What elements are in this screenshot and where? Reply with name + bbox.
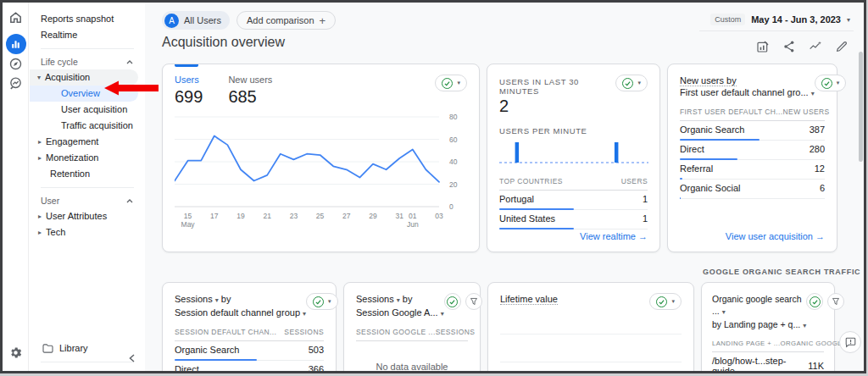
metric-label: New users — [228, 75, 272, 85]
filter-funnel-icon[interactable] — [465, 293, 482, 310]
sidebar-item-library[interactable]: Library — [30, 340, 145, 357]
metric-dropdown[interactable]: Sessions ▾ by — [175, 293, 306, 307]
filter-funnel-icon[interactable] — [827, 293, 844, 310]
reports-selected-pill — [6, 34, 26, 54]
channel-table: Organic Search387Direct280Referral12Orga… — [680, 121, 825, 199]
insights-icon[interactable] — [809, 40, 822, 53]
countries-table: Portugal1United States1 — [499, 191, 648, 229]
row-label: /blog/how-t...step-guide — [712, 356, 808, 373]
dimension-dropdown[interactable]: Session Google A... ▾ — [356, 307, 444, 320]
chevron-down-icon: ▾ — [837, 80, 840, 86]
row-bar — [680, 197, 681, 199]
svg-text:29: 29 — [369, 212, 377, 220]
card-title[interactable]: Lifetime value — [500, 294, 558, 305]
arrow-expanded-icon: ▾ — [37, 74, 41, 81]
edit-pencil-icon[interactable] — [835, 40, 849, 53]
dimension-dropdown[interactable]: First user default channel gro... ▾ — [680, 86, 815, 100]
reports-icon[interactable] — [3, 34, 29, 54]
share-icon[interactable] — [782, 40, 796, 53]
column-header: LANDING PAGE + ... — [712, 340, 781, 347]
plus-icon: + — [320, 14, 326, 27]
date-custom-badge: Custom — [710, 14, 745, 25]
table-row: /blog/how-t...step-guide11K — [712, 352, 824, 373]
column-header: NEW USERS — [783, 108, 830, 116]
customize-report-icon[interactable] — [756, 40, 770, 53]
data-quality-dropdown[interactable]: ▾ — [435, 75, 467, 91]
dimension-dropdown[interactable]: by Landing page + q... ▾ — [712, 318, 806, 332]
view-realtime-link[interactable]: View realtime → — [580, 231, 648, 241]
sidebar-item-engagement[interactable]: ▸Engagement — [30, 134, 145, 150]
lifetime-value-card: Lifetime value ▾ — [487, 282, 694, 373]
tab-new-users[interactable]: New users 685 — [228, 75, 272, 107]
row-label: Organic Social — [680, 183, 741, 193]
arrow-collapsed-icon: ▸ — [38, 154, 42, 162]
check-circle-icon — [821, 78, 832, 89]
check-circle-icon — [656, 296, 667, 307]
sidebar-item-realtime[interactable]: Realtime — [30, 27, 145, 43]
sidebar-item-user-acquisition[interactable]: User acquisition — [30, 102, 145, 118]
explore-icon[interactable] — [3, 57, 29, 71]
card-title[interactable]: New users by — [680, 75, 737, 86]
view-user-acquisition-link[interactable]: View user acquisition → — [726, 231, 825, 241]
settings-gear-icon[interactable] — [3, 346, 29, 360]
row-value: 6 — [820, 183, 825, 193]
row-label: Organic Search — [175, 345, 239, 355]
add-comparison-label: Add comparison — [247, 15, 314, 25]
sidebar-item-reports-snapshot[interactable]: Reports snapshot — [30, 11, 145, 27]
chevron-down-icon: ▾ — [397, 296, 400, 304]
metric-dropdown[interactable]: Organic google search ... ▾ — [712, 293, 806, 318]
data-quality-dropdown[interactable]: ▾ — [649, 293, 682, 310]
chevron-down-icon: ▾ — [722, 308, 726, 316]
data-quality-dropdown[interactable]: ▾ — [615, 75, 648, 91]
nav-section-life-cycle[interactable]: Life cycle — [30, 54, 145, 69]
sidebar-item-retention[interactable]: Retention — [30, 166, 145, 182]
data-quality-dropdown[interactable]: ▾ — [815, 75, 847, 91]
svg-text:Jun: Jun — [407, 220, 419, 229]
data-quality-dropdown[interactable]: ▾ — [306, 293, 338, 310]
check-circle-chip[interactable] — [444, 293, 461, 310]
date-range-picker[interactable]: Custom May 14 - Jun 3, 2023 ▾ — [710, 14, 850, 25]
advertising-icon[interactable] — [3, 76, 29, 91]
chevron-down-icon: ▾ — [637, 80, 641, 86]
nav-section-label: User — [41, 196, 59, 206]
home-icon[interactable] — [3, 10, 29, 25]
sidebar-item-user-attributes[interactable]: ▸User Attributes — [30, 208, 145, 224]
column-header: USERS — [621, 177, 648, 185]
column-header: SESSION GOOGLE ... — [356, 328, 436, 336]
cards-row-2: Sessions ▾ by Session default channel gr… — [162, 265, 860, 373]
sidebar-item-tech[interactable]: ▸Tech — [30, 224, 145, 241]
folder-icon — [42, 344, 53, 353]
annotation-arrow — [104, 80, 159, 97]
svg-text:0: 0 — [449, 202, 453, 211]
nav-item-label: Engagement — [46, 136, 98, 147]
svg-text:20: 20 — [449, 180, 458, 189]
gridline — [500, 362, 682, 362]
chevron-up-icon — [126, 60, 133, 64]
nav-divider — [41, 362, 134, 362]
segment-avatar: A — [164, 14, 179, 28]
feedback-button[interactable] — [839, 331, 861, 353]
page-title: Acquisition overview — [162, 35, 285, 50]
all-users-chip[interactable]: A All Users — [162, 11, 230, 30]
row-label: Referral — [680, 163, 713, 174]
add-comparison-button[interactable]: Add comparison + — [236, 11, 336, 30]
svg-text:15: 15 — [184, 212, 192, 220]
check-circle-chip[interactable] — [806, 293, 823, 310]
row-value: 280 — [810, 144, 825, 154]
main-content: A All Users Add comparison + Custom May … — [145, 3, 864, 371]
table-row: Portugal1 — [499, 191, 648, 210]
sidebar-item-monetization[interactable]: ▸Monetization — [30, 150, 145, 166]
dimension-dropdown[interactable]: Session default channel group ▾ — [175, 307, 306, 320]
row-value: 1 — [643, 194, 648, 204]
chevron-down-icon: ▾ — [328, 298, 331, 305]
nav-section-user[interactable]: User — [30, 193, 145, 208]
metric-dropdown[interactable]: Sessions ▾ by — [356, 293, 444, 307]
svg-text:80: 80 — [449, 113, 458, 121]
sidebar-item-traffic-acquisition[interactable]: Traffic acquisition — [30, 118, 145, 134]
tab-users[interactable]: Users 699 — [175, 75, 203, 107]
table-row: Referral12 — [680, 160, 825, 180]
metric-value: 699 — [175, 87, 203, 107]
scrollbar-thumb[interactable] — [859, 52, 863, 162]
collapse-nav-icon[interactable] — [129, 351, 135, 366]
column-header: FIRST USER DEFAULT CH... — [680, 108, 783, 116]
